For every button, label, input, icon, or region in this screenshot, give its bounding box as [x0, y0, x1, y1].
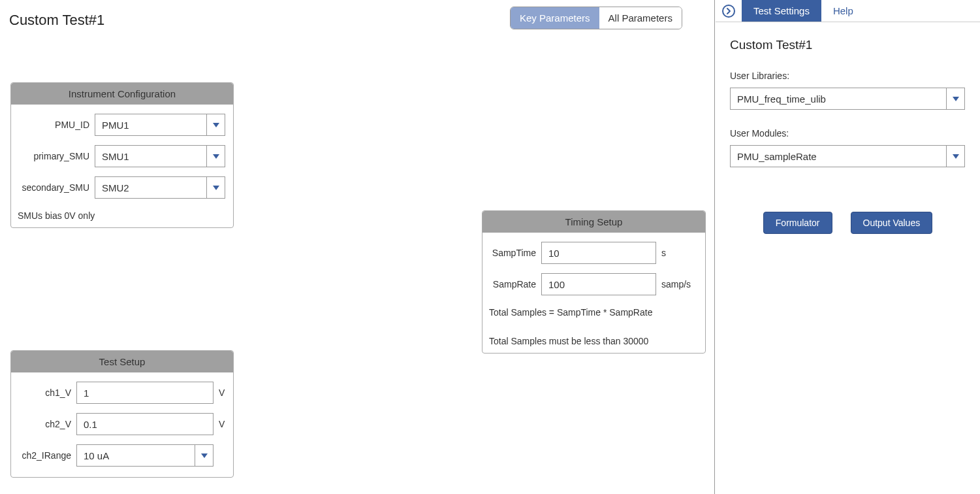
- select-ch2-irange[interactable]: 10 uA: [76, 444, 213, 467]
- page-title: Custom Test#1: [9, 12, 104, 29]
- label-primary-smu: primary_SMU: [16, 151, 95, 161]
- select-pmu-id[interactable]: PMU1: [95, 114, 225, 136]
- chevron-down-icon[interactable]: [195, 445, 213, 466]
- input-samp-time[interactable]: [541, 242, 656, 264]
- select-value: PMU_sampleRate: [731, 146, 946, 167]
- chevron-down-icon[interactable]: [946, 146, 964, 167]
- panel-instrument-config: Instrument Configuration PMU_ID PMU1 pri…: [10, 82, 234, 228]
- input-ch2-v[interactable]: [76, 413, 213, 435]
- unit-ch1-v: V: [213, 387, 225, 398]
- chevron-down-icon[interactable]: [206, 177, 225, 198]
- select-value: PMU_freq_time_ulib: [731, 88, 946, 109]
- unit-samp-rate: samp/s: [656, 279, 691, 289]
- select-value: SMU1: [95, 146, 206, 167]
- label-samp-rate: SampRate: [488, 279, 541, 289]
- svg-point-0: [723, 5, 735, 17]
- tab-test-settings[interactable]: Test Settings: [742, 0, 821, 22]
- formulator-button[interactable]: Formulator: [763, 212, 832, 234]
- main-area: Custom Test#1 Key Parameters All Paramet…: [0, 0, 715, 494]
- label-pmu-id: PMU_ID: [16, 120, 95, 130]
- sidebar: Test Settings Help Custom Test#1 User Li…: [716, 0, 980, 494]
- unit-samp-time: s: [656, 248, 666, 258]
- panel-timing-setup: Timing Setup SampTime s SampRate samp/s …: [482, 210, 706, 354]
- select-user-libraries[interactable]: PMU_freq_time_ulib: [730, 88, 965, 110]
- chevron-down-icon[interactable]: [946, 88, 964, 109]
- select-primary-smu[interactable]: SMU1: [95, 145, 225, 167]
- label-user-modules: User Modules:: [730, 128, 966, 139]
- unit-ch2-v: V: [213, 419, 225, 429]
- param-toggle: Key Parameters All Parameters: [510, 7, 682, 29]
- input-ch1-v[interactable]: [76, 382, 213, 404]
- tab-help[interactable]: Help: [821, 0, 865, 22]
- chevron-down-icon[interactable]: [206, 114, 225, 135]
- sidebar-tabs: Test Settings Help: [742, 0, 865, 22]
- select-user-modules[interactable]: PMU_sampleRate: [730, 145, 965, 167]
- tab-key-parameters[interactable]: Key Parameters: [511, 7, 599, 29]
- panel-header: Instrument Configuration: [11, 83, 233, 105]
- label-ch1-v: ch1_V: [16, 387, 76, 398]
- note-total-samples-limit: Total Samples must be less than 30000: [488, 333, 700, 346]
- select-value: SMU2: [95, 177, 206, 198]
- select-value: 10 uA: [77, 445, 195, 466]
- sidebar-title: Custom Test#1: [730, 38, 966, 52]
- label-secondary-smu: secondary_SMU: [16, 182, 95, 193]
- expand-icon[interactable]: [716, 0, 742, 22]
- input-samp-rate[interactable]: [541, 273, 656, 295]
- panel-test-setup: Test Setup ch1_V V ch2_V V ch2_IRange 10…: [10, 350, 234, 478]
- label-ch2-v: ch2_V: [16, 419, 76, 429]
- chevron-down-icon[interactable]: [206, 146, 225, 167]
- select-secondary-smu[interactable]: SMU2: [95, 176, 225, 199]
- note-smus-bias: SMUs bias 0V only: [16, 208, 228, 221]
- sidebar-top: Test Settings Help: [716, 0, 980, 22]
- note-total-samples-formula: Total Samples = SampTime * SampRate: [488, 305, 700, 318]
- tab-all-parameters[interactable]: All Parameters: [599, 7, 682, 29]
- label-samp-time: SampTime: [488, 248, 541, 258]
- panel-header: Test Setup: [11, 351, 233, 372]
- panel-header: Timing Setup: [482, 211, 705, 233]
- label-ch2-irange: ch2_IRange: [16, 450, 76, 461]
- label-user-libraries: User Libraries:: [730, 71, 966, 81]
- select-value: PMU1: [95, 114, 206, 135]
- output-values-button[interactable]: Output Values: [851, 212, 933, 234]
